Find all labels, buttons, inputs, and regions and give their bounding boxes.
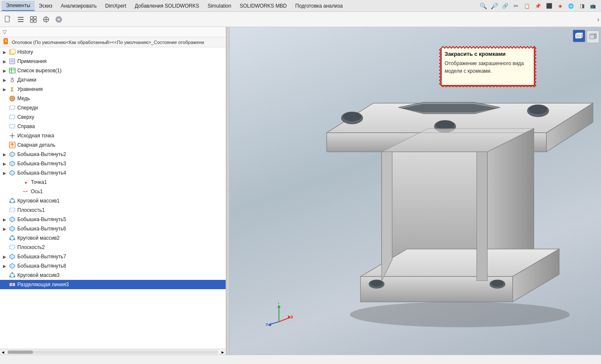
- boss4-icon: [8, 169, 16, 177]
- expand-boss5-icon[interactable]: ▶: [2, 216, 8, 222]
- menu-analyze[interactable]: Анализировать: [57, 1, 101, 11]
- tree-item-boss3[interactable]: ▶ Бобышка-Вытянуть3: [0, 159, 226, 168]
- tree-item-equations[interactable]: ▶ Σ Уравнения: [0, 85, 226, 94]
- tree-item-history[interactable]: ▶ History: [0, 47, 226, 57]
- weld-label: Сварная деталь: [17, 142, 55, 148]
- menu-elements[interactable]: Элементы: [2, 1, 35, 11]
- weld-icon: [8, 141, 16, 149]
- expand-cutlist-icon[interactable]: ▶: [2, 68, 8, 74]
- boss6-icon: [8, 225, 16, 233]
- svg-point-58: [343, 112, 361, 121]
- notes-label: Примечания: [17, 58, 46, 64]
- axis-indicator: Y X Z: [265, 303, 293, 327]
- menu-mbd[interactable]: SOLIDWORKS MBD: [235, 1, 291, 11]
- tree-item-origin[interactable]: ▶ Исходная точка: [0, 131, 226, 140]
- tree-item-plane2[interactable]: ▶ Плоскость2: [0, 243, 226, 252]
- scroll-right-btn[interactable]: ▸: [220, 349, 226, 355]
- bottom-scrollbar[interactable]: ◂ ▸: [0, 349, 226, 355]
- plane2-icon: [8, 244, 16, 251]
- expand-sensors-icon[interactable]: ▶: [2, 77, 8, 83]
- tree-item-right[interactable]: ▶ Справа: [0, 122, 226, 131]
- tree-item-material[interactable]: ▶ Медь: [0, 94, 226, 103]
- globe-icon[interactable]: 🌐: [566, 1, 576, 11]
- split3-label: Разделяющая линия3: [17, 282, 69, 287]
- tree-item-boss2[interactable]: ▶ Бобышка-Вытянуть2: [0, 150, 226, 159]
- tree-item-boss8[interactable]: ▶ Бобышка-Вытянуть8: [0, 261, 226, 271]
- toolbar-grid-btn[interactable]: [27, 14, 39, 25]
- scroll-left-btn[interactable]: ◂: [0, 349, 6, 355]
- expand-boss8-icon[interactable]: ▶: [2, 263, 8, 269]
- half-view-icon[interactable]: ◨: [577, 1, 587, 11]
- link-icon[interactable]: 🔗: [500, 1, 510, 11]
- menu-addins[interactable]: Добавления SOLIDWORKS: [131, 1, 204, 11]
- clipboard-icon[interactable]: 📋: [522, 1, 532, 11]
- menu-sketch[interactable]: Эскиз: [35, 1, 57, 11]
- tree-item-front[interactable]: ▶ Спереди: [0, 103, 226, 112]
- pattern2-icon: [8, 234, 16, 242]
- monitor-icon[interactable]: 📺: [588, 1, 598, 11]
- tree-item-pattern2[interactable]: ▶ Круговой массив2: [0, 233, 226, 243]
- shade-edge-btn[interactable]: [573, 30, 585, 42]
- tree-item-cutlist[interactable]: ▶ Список вырезов(1): [0, 66, 226, 75]
- svg-point-24: [11, 79, 14, 82]
- tree-item-notes[interactable]: ▶ Примечания: [0, 57, 226, 66]
- tree-item-boss4[interactable]: ▶ Бобышка-Вытянуть4: [0, 168, 226, 178]
- tree-item-split3[interactable]: ▶ Разделяющая линия3: [0, 280, 226, 289]
- scroll-track[interactable]: [8, 350, 218, 354]
- menu-dimxpert[interactable]: DimXpert: [101, 1, 131, 11]
- sensors-icon: [8, 76, 16, 84]
- tree-item-top[interactable]: ▶ Сверху: [0, 112, 226, 122]
- expand-boss2-icon[interactable]: ▶: [2, 151, 8, 157]
- tree-item-plane1[interactable]: ▶ Плоскость1: [0, 205, 226, 215]
- tree-item-boss7[interactable]: ▶ Бобышка-Вытянуть7: [0, 252, 226, 261]
- top-right-icons: 🔍 🔎 🔗 ✂ 📋 📌 ⬛ ◈ 🌐 ◨ 📺: [478, 0, 601, 12]
- tree-item-pattern1[interactable]: ▶ Круговой массив1: [0, 196, 226, 205]
- svg-point-32: [11, 135, 13, 137]
- scissors-icon[interactable]: ✂: [511, 1, 521, 11]
- toolbar-crosshair-btn[interactable]: [40, 14, 52, 25]
- toolbar-expand-btn[interactable]: ›: [597, 16, 599, 23]
- axis-svg: Y X Z: [265, 303, 293, 326]
- scroll-thumb[interactable]: [8, 350, 33, 354]
- svg-rect-52: [576, 34, 581, 38]
- menu-analysis-prep[interactable]: Подготовка анализа: [291, 1, 347, 11]
- filter-icon[interactable]: ▽: [3, 29, 7, 35]
- menu-simulation[interactable]: Simulation: [203, 1, 235, 11]
- tree-item-boss6[interactable]: ▶ Бобышка-Вытянуть6: [0, 224, 226, 233]
- svg-rect-2: [18, 17, 24, 18]
- shade-only-btn[interactable]: [587, 30, 599, 43]
- search-magnifier-icon[interactable]: 🔍: [478, 1, 488, 11]
- expand-boss7-icon[interactable]: ▶: [2, 254, 8, 260]
- viewport[interactable]: Закрасить с кромками Отображение закраше…: [229, 27, 601, 355]
- tree-item-point1[interactable]: ▶ ● Точка1: [0, 178, 226, 187]
- svg-rect-8: [34, 20, 36, 22]
- expand-boss4-icon[interactable]: ▶: [2, 170, 8, 176]
- tree-item-boss5[interactable]: ▶ Бобышка-Вытянуть5: [0, 215, 226, 224]
- svg-rect-40: [10, 208, 15, 212]
- pin-icon[interactable]: 📌: [533, 1, 543, 11]
- svg-point-47: [11, 272, 13, 274]
- orient-icon[interactable]: ◈: [555, 1, 565, 11]
- tree-content[interactable]: ▶ History ▶ Примечания ▶ Спис: [0, 47, 226, 349]
- panel-splitter[interactable]: ⋮: [226, 27, 229, 355]
- tree-item-pattern3[interactable]: ▶ Круговой массив3: [0, 271, 226, 280]
- zoom-area-icon[interactable]: 🔎: [489, 1, 499, 11]
- top-plane-icon: [8, 113, 16, 121]
- toolbar-list-btn[interactable]: [15, 14, 27, 25]
- expand-notes-icon[interactable]: ▶: [2, 58, 8, 64]
- expand-history-icon[interactable]: ▶: [2, 49, 8, 55]
- expand-equations-icon[interactable]: ▶: [2, 86, 8, 92]
- expand-boss3-icon[interactable]: ▶: [2, 161, 8, 167]
- svg-point-38: [14, 201, 15, 203]
- svg-marker-69: [361, 276, 513, 302]
- tree-item-weld[interactable]: ▶ Сварная деталь: [0, 140, 226, 150]
- toolbar-color-btn[interactable]: [53, 14, 65, 25]
- svg-rect-17: [11, 49, 15, 54]
- cube-view-icon[interactable]: ⬛: [544, 1, 554, 11]
- material-icon: [8, 95, 16, 102]
- toolbar-new-btn[interactable]: [2, 14, 14, 25]
- tree-item-sensors[interactable]: ▶ Датчики: [0, 75, 226, 85]
- boss7-icon: [8, 253, 16, 260]
- tree-item-axis1[interactable]: ▶ Ось1: [0, 187, 226, 196]
- expand-boss6-icon[interactable]: ▶: [2, 226, 8, 232]
